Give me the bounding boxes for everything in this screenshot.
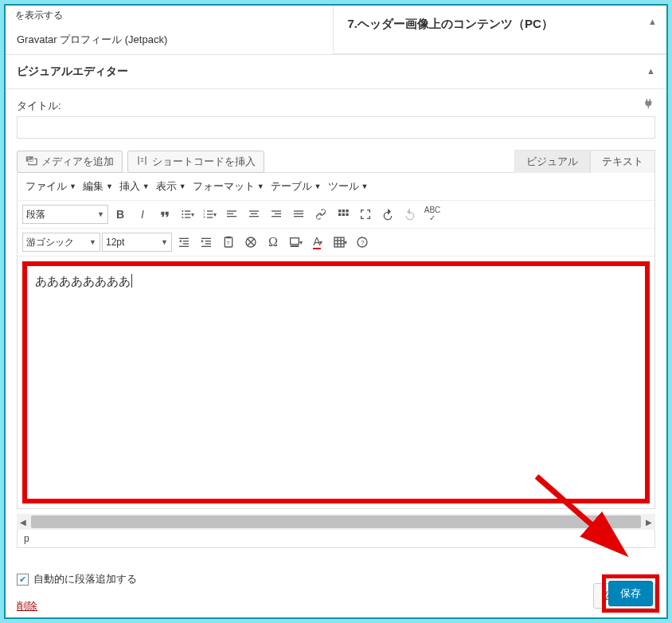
fragment-text: を表示する: [15, 6, 323, 25]
scroll-right-icon[interactable]: ▶: [643, 514, 655, 530]
backcolor-button[interactable]: ▾: [285, 232, 306, 253]
content-text: ああああああああ: [35, 274, 132, 288]
widget-panel: を表示する Gravatar プロフィール (Jetpack) 7.ヘッダー画像…: [4, 4, 668, 619]
tab-visual[interactable]: ビジュアル: [514, 150, 590, 173]
numlist-button[interactable]: 123▾: [199, 204, 220, 225]
menu-tools[interactable]: ツール▼: [326, 178, 370, 195]
font-select[interactable]: 游ゴシック▼: [22, 233, 100, 252]
svg-rect-13: [227, 214, 233, 214]
format-select[interactable]: 段落▼: [22, 205, 108, 224]
toggle-toolbar-button[interactable]: [333, 204, 354, 225]
undo-button[interactable]: [377, 204, 398, 225]
fontsize-select[interactable]: 12pt▼: [102, 233, 172, 252]
svg-rect-15: [249, 210, 259, 211]
element-path[interactable]: p: [17, 530, 655, 548]
svg-rect-30: [179, 238, 189, 239]
top-left-column: を表示する Gravatar プロフィール (Jetpack): [6, 6, 333, 54]
autop-row: ✔ 自動的に段落追加する: [17, 572, 655, 586]
title-label: タイトル:: [17, 99, 655, 113]
svg-point-0: [182, 210, 183, 212]
editor-content[interactable]: ああああああああ: [27, 266, 645, 499]
table-button[interactable]: ▾: [330, 232, 350, 253]
help-button[interactable]: ?: [352, 232, 373, 253]
svg-rect-26: [346, 210, 348, 212]
collapse-icon: ▲: [648, 17, 657, 26]
quote-button[interactable]: [154, 204, 175, 225]
svg-rect-34: [201, 238, 211, 239]
svg-rect-27: [338, 214, 341, 216]
svg-rect-3: [185, 214, 190, 214]
specialchar-button[interactable]: Ω: [263, 232, 283, 253]
align-left-button[interactable]: [221, 204, 242, 225]
insert-shortcode-label: ショートコードを挿入: [152, 155, 256, 169]
spellcheck-button[interactable]: ABC✓: [422, 204, 443, 225]
save-button[interactable]: 保存: [608, 581, 653, 606]
svg-rect-16: [251, 214, 257, 214]
insert-shortcode-button[interactable]: ショートコードを挿入: [127, 151, 264, 173]
toolbar-row-1: 段落▼ B I ▾ 123▾ ABC✓: [18, 201, 654, 229]
bullist-button[interactable]: ▾: [177, 204, 197, 225]
svg-rect-14: [227, 216, 236, 217]
indent-button[interactable]: [196, 232, 217, 253]
svg-rect-29: [346, 214, 348, 216]
italic-button[interactable]: I: [132, 204, 153, 225]
menubar: ファイル▼ 編集▼ 挿入▼ 表示▼ フォーマット▼ テーブル▼ ツール▼: [18, 173, 654, 201]
svg-rect-37: [201, 246, 211, 247]
add-media-button[interactable]: メディアを追加: [17, 151, 123, 173]
svg-rect-20: [272, 216, 281, 217]
shortcode-icon: [136, 155, 148, 169]
redo-button[interactable]: [400, 204, 420, 225]
forecolor-button[interactable]: A▾: [307, 232, 328, 253]
menu-format[interactable]: フォーマット▼: [191, 178, 266, 195]
bold-button[interactable]: B: [110, 204, 131, 225]
autop-checkbox[interactable]: ✔: [17, 574, 29, 586]
svg-text:?: ?: [361, 239, 365, 246]
paste-text-button[interactable]: T: [218, 232, 239, 253]
svg-rect-44: [334, 237, 344, 247]
title-input[interactable]: [17, 116, 655, 139]
horizontal-scrollbar[interactable]: ◀ ▶: [17, 514, 655, 530]
svg-rect-25: [342, 210, 345, 212]
svg-text:T: T: [227, 241, 230, 245]
top-row: を表示する Gravatar プロフィール (Jetpack) 7.ヘッダー画像…: [6, 6, 666, 55]
svg-point-2: [182, 214, 183, 215]
visual-editor-header[interactable]: ビジュアルエディター ▲: [6, 55, 666, 89]
menu-file[interactable]: ファイル▼: [24, 178, 78, 195]
align-right-button[interactable]: [266, 204, 287, 225]
svg-rect-22: [294, 214, 303, 214]
scroll-thumb[interactable]: [31, 515, 641, 528]
svg-text:3: 3: [203, 215, 205, 219]
align-justify-button[interactable]: [288, 204, 309, 225]
plugin-icon[interactable]: [643, 97, 655, 112]
link-button[interactable]: [311, 204, 331, 225]
svg-rect-39: [226, 237, 230, 239]
media-toolbar: メディアを追加 ショートコードを挿入 ビジュアル テキスト: [17, 150, 655, 173]
widget-area-header[interactable]: 7.ヘッダー画像上のコンテンツ（PC） ▲: [333, 6, 667, 54]
svg-rect-11: [207, 217, 213, 217]
delete-link[interactable]: 削除: [17, 600, 37, 612]
fullscreen-button[interactable]: [355, 204, 376, 225]
menu-table[interactable]: テーブル▼: [269, 178, 323, 195]
scroll-left-icon[interactable]: ◀: [17, 514, 29, 530]
menu-edit[interactable]: 編集▼: [81, 178, 115, 195]
add-media-label: メディアを追加: [41, 155, 114, 169]
tinymce-wrap: ファイル▼ 編集▼ 挿入▼ 表示▼ フォーマット▼ テーブル▼ ツール▼ 段落▼…: [17, 172, 655, 509]
tab-text[interactable]: テキスト: [590, 150, 655, 173]
align-center-button[interactable]: [244, 204, 264, 225]
menu-insert[interactable]: 挿入▼: [118, 178, 151, 195]
svg-rect-24: [338, 210, 341, 212]
menu-view[interactable]: 表示▼: [154, 178, 188, 195]
gravatar-widget-item[interactable]: Gravatar プロフィール (Jetpack): [15, 25, 323, 54]
toolbar-row-2: 游ゴシック▼ 12pt▼ T Ω ▾ A▾ ▾ ?: [18, 229, 654, 257]
svg-rect-31: [183, 241, 189, 241]
svg-rect-28: [342, 214, 345, 216]
svg-rect-7: [207, 210, 213, 211]
editor-body: タイトル: メディアを追加 ショートコードを挿入 ビジュアル テキスト: [6, 89, 666, 556]
autop-label: 自動的に段落追加する: [33, 572, 137, 586]
svg-rect-21: [294, 210, 303, 211]
outdent-button[interactable]: [174, 232, 194, 253]
highlight-save-frame: 保存: [602, 574, 659, 613]
svg-rect-36: [205, 243, 211, 244]
collapse-icon: ▲: [647, 66, 655, 76]
clear-format-button[interactable]: [240, 232, 261, 253]
